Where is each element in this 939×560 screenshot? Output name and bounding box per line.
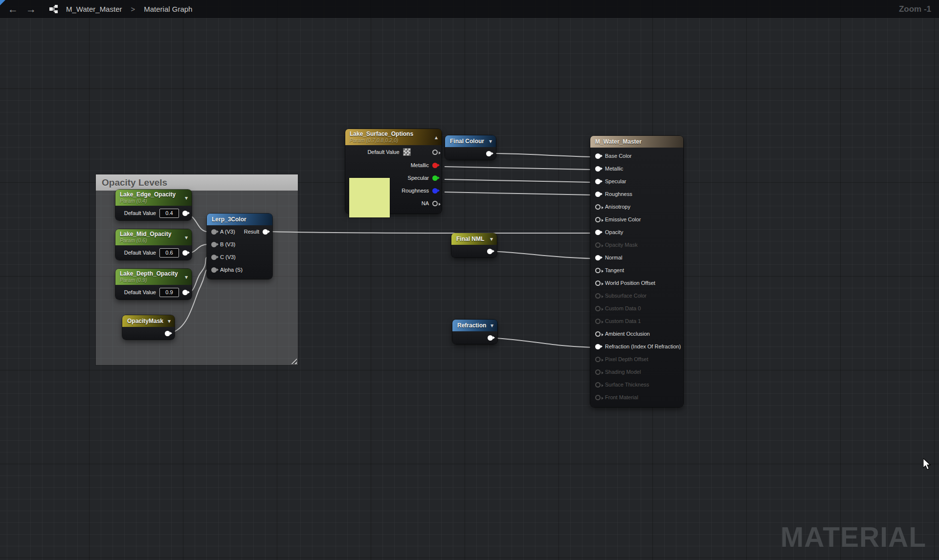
result-label: Result <box>244 229 259 235</box>
default-value-input[interactable]: 0.6 <box>159 248 179 258</box>
node-title: OpacityMask <box>127 318 163 324</box>
breadcrumb-toolbar: ← → M_Water_Master > Material Graph Zoom… <box>0 0 939 18</box>
input-pin[interactable] <box>595 357 601 362</box>
chevron-up-icon[interactable]: ▴ <box>435 134 438 141</box>
wire-lerp-result-to-opacity <box>270 232 592 233</box>
lerp-row-alpha: Alpha (S) <box>207 263 272 276</box>
input-pin[interactable] <box>595 369 601 375</box>
chevron-down-icon[interactable]: ▾ <box>168 318 171 324</box>
node-lake-mid-opacity[interactable]: Lake_Mid_Opacity Param (0.6) ▾ Default V… <box>115 229 192 260</box>
node-header[interactable]: Lerp_3Color <box>207 214 272 225</box>
node-lake-edge-opacity[interactable]: Lake_Edge_Opacity Param (0.4) ▾ Default … <box>115 190 192 220</box>
default-value-label: Default Value <box>124 250 156 256</box>
node-final-nml[interactable]: Final NML ▾ <box>451 233 497 258</box>
input-pin[interactable] <box>595 344 601 349</box>
input-pin-c[interactable] <box>211 255 217 260</box>
output-pin[interactable] <box>182 290 188 295</box>
input-label: Refraction (Index Of Refraction) <box>605 344 681 349</box>
node-final-colour[interactable]: Final Colour ▾ <box>445 135 496 160</box>
node-opacity-mask[interactable]: OpacityMask ▾ <box>122 315 175 340</box>
input-pin[interactable] <box>595 268 601 273</box>
color-preview-swatch[interactable] <box>349 178 390 217</box>
breadcrumb-current[interactable]: Material Graph <box>144 5 192 13</box>
result-output-pin[interactable] <box>263 229 268 235</box>
input-pin-b[interactable] <box>211 242 217 247</box>
output-row <box>452 331 497 344</box>
input-pin[interactable] <box>595 382 601 388</box>
material-input-row: Custom Data 0 <box>590 302 683 315</box>
texture-checker-icon[interactable] <box>403 148 411 156</box>
input-pin[interactable] <box>595 306 601 311</box>
breadcrumb-root[interactable]: M_Water_Master <box>66 5 122 13</box>
node-header[interactable]: Lake_Mid_Opacity Param (0.6) ▾ <box>115 229 192 245</box>
chevron-down-icon[interactable]: ▾ <box>185 234 188 241</box>
chevron-down-icon[interactable]: ▾ <box>490 236 493 242</box>
node-lake-surface-options[interactable]: Lake_Surface_Options Param (0.7,0.8,0.2,… <box>345 129 442 214</box>
material-input-row: Subsurface Color <box>590 289 683 302</box>
input-pin[interactable] <box>595 204 601 210</box>
input-pin-alpha[interactable] <box>211 267 217 273</box>
input-label: Opacity <box>605 229 623 235</box>
output-pin[interactable] <box>432 163 438 168</box>
input-pin[interactable] <box>595 242 601 248</box>
default-value-input[interactable]: 0.9 <box>159 288 179 297</box>
input-pin[interactable] <box>595 395 601 400</box>
node-header[interactable]: M_Water_Master <box>590 136 683 148</box>
output-row <box>122 327 175 340</box>
output-row <box>451 245 497 258</box>
output-pin[interactable] <box>432 201 438 206</box>
chevron-down-icon[interactable]: ▾ <box>491 322 493 329</box>
material-input-row: Shading Model <box>590 366 683 378</box>
wire-specular <box>445 179 592 182</box>
node-lake-depth-opacity[interactable]: Lake_Depth_Opacity Param (0.9) ▾ Default… <box>115 269 192 300</box>
input-pin[interactable] <box>595 192 601 197</box>
input-pin[interactable] <box>595 280 601 286</box>
node-header[interactable]: Refraction ▾ <box>452 320 497 331</box>
output-pin[interactable] <box>432 188 438 194</box>
lerp-row-b: B (V3) <box>207 238 272 251</box>
back-icon[interactable]: ← <box>8 4 18 14</box>
output-pin[interactable] <box>182 250 188 256</box>
node-subtitle: Param (0.6) <box>120 237 187 243</box>
input-pin[interactable] <box>595 319 601 324</box>
node-lerp-3color[interactable]: Lerp_3Color A (V3) Result B (V3) C (V3) … <box>207 214 272 279</box>
node-header[interactable]: Lake_Depth_Opacity Param (0.9) ▾ <box>115 269 192 285</box>
lerp-row-c: C (V3) <box>207 251 272 263</box>
chevron-down-icon[interactable]: ▾ <box>185 194 188 201</box>
input-pin[interactable] <box>595 230 601 235</box>
material-input-row: Pixel Depth Offset <box>590 353 683 366</box>
node-refraction[interactable]: Refraction ▾ <box>452 320 497 344</box>
chevron-down-icon[interactable]: ▾ <box>185 274 188 280</box>
chevron-down-icon[interactable]: ▾ <box>489 138 492 145</box>
comment-resize-handle[interactable] <box>291 358 297 364</box>
input-label: Specular <box>605 178 626 184</box>
input-pin[interactable] <box>595 255 601 260</box>
node-header[interactable]: Lake_Edge_Opacity Param (0.4) ▾ <box>115 190 192 206</box>
input-pin[interactable] <box>595 166 601 172</box>
node-header[interactable]: Final Colour ▾ <box>445 135 496 147</box>
input-pin[interactable] <box>595 293 601 299</box>
input-pin[interactable] <box>595 179 601 184</box>
input-pin[interactable] <box>595 153 601 159</box>
input-label: Surface Thickness <box>605 382 649 388</box>
node-m-water-master[interactable]: M_Water_Master Base Color Metallic Specu… <box>590 136 683 407</box>
output-pin[interactable] <box>488 335 493 341</box>
input-label: B (V3) <box>220 241 235 247</box>
node-header[interactable]: Lake_Surface_Options Param (0.7,0.8,0.2,… <box>345 129 442 145</box>
node-header[interactable]: OpacityMask ▾ <box>122 315 175 327</box>
input-label: Emissive Color <box>605 216 641 222</box>
forward-icon[interactable]: → <box>26 4 36 14</box>
default-value-output-pin[interactable] <box>432 150 438 155</box>
output-pin[interactable] <box>486 151 492 156</box>
comment-header[interactable]: Opacity Levels <box>96 174 298 191</box>
input-pin[interactable] <box>595 217 601 222</box>
output-pin[interactable] <box>487 249 492 254</box>
input-pin-a[interactable] <box>211 229 217 235</box>
output-pin[interactable] <box>432 175 438 181</box>
node-header[interactable]: Final NML ▾ <box>451 233 497 245</box>
input-pin[interactable] <box>595 331 601 337</box>
default-value-input[interactable]: 0.4 <box>159 209 179 218</box>
material-input-row: Surface Thickness <box>590 378 683 391</box>
output-pin[interactable] <box>165 331 170 336</box>
output-pin[interactable] <box>182 211 188 216</box>
